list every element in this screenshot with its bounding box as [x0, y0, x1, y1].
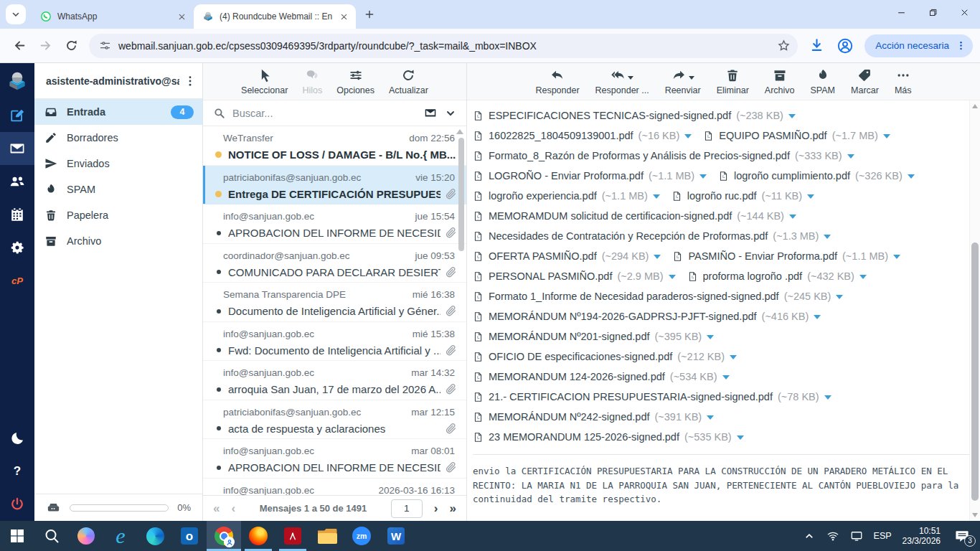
- attachment-name[interactable]: MEMORÁNDUM Nº201-signed.pdf: [489, 331, 649, 342]
- taskbar-start-button[interactable]: [0, 521, 34, 551]
- attachment-item[interactable]: MEMORANDUM 124-2026-signed.pdf(~534 KB): [473, 370, 730, 384]
- clock[interactable]: 10:51 23/3/2026: [903, 526, 941, 546]
- attachment-item[interactable]: ESPECIFICACIONES TECNICAS-signed-signed.…: [473, 109, 796, 123]
- settings-nav-button[interactable]: [0, 231, 34, 264]
- calendar-nav-button[interactable]: [0, 198, 34, 231]
- attachment-menu-caret-icon[interactable]: [707, 335, 714, 339]
- attachment-item[interactable]: MEMORÁNDUM Nº201-signed.pdf(~395 KB): [473, 330, 714, 344]
- attachment-menu-caret-icon[interactable]: [699, 174, 707, 179]
- restore-button[interactable]: [917, 0, 948, 24]
- download-icon[interactable]: [809, 37, 825, 54]
- first-page-button[interactable]: «: [213, 502, 220, 514]
- logout-button[interactable]: [0, 488, 34, 521]
- attachment-name[interactable]: MEMORÁNDUM Nº242-signed.pdf: [489, 411, 649, 423]
- menu-kebab-icon[interactable]: [956, 40, 966, 51]
- attachment-item[interactable]: logroño cumplimiento.pdf(~326 KB): [718, 169, 915, 183]
- attachment-menu-caret-icon[interactable]: [684, 134, 692, 138]
- cpanel-button[interactable]: cP: [0, 264, 34, 297]
- message-row[interactable]: info@sanjuan.gob.ecmié 15:38Fwd: Documen…: [203, 322, 466, 362]
- attachment-name[interactable]: proforma logroño .pdf: [703, 270, 803, 282]
- archive-button[interactable]: Archivo: [765, 68, 795, 95]
- forward-button[interactable]: [33, 34, 57, 58]
- attachment-name[interactable]: EQUIPO PASMIÑO.pdf: [719, 130, 826, 141]
- search-scope-mail-icon[interactable]: [423, 107, 438, 119]
- help-button[interactable]: ?: [0, 455, 34, 488]
- attachment-item[interactable]: logroño experiencia.pdf(~1.1 MB): [473, 189, 660, 203]
- tab-close-icon[interactable]: [338, 11, 350, 23]
- scroll-up-icon[interactable]: [972, 104, 978, 108]
- attachment-name[interactable]: OFERTA PASMIÑO.pdf: [489, 250, 597, 262]
- attachment-item[interactable]: Necesidades de Contratación y Recepción …: [473, 230, 831, 243]
- attachment-name[interactable]: Formato_8_Razón de Proformas y Análisis …: [489, 150, 790, 161]
- tab-search-button[interactable]: [6, 4, 26, 24]
- taskbar-outlook-button[interactable]: o: [172, 521, 207, 551]
- attachment-name[interactable]: LOGROÑO - Enviar Proforma.pdf: [489, 170, 644, 182]
- taskbar-edge-button[interactable]: [138, 521, 172, 551]
- message-row[interactable]: coordinador@sanjuan.gob.ecjue 09:53COMUN…: [203, 244, 466, 283]
- attachment-menu-caret-icon[interactable]: [908, 174, 915, 179]
- attachment-menu-caret-icon[interactable]: [883, 134, 890, 138]
- attachment-menu-caret-icon[interactable]: [893, 255, 900, 259]
- attachment-menu-caret-icon[interactable]: [730, 355, 737, 359]
- attachment-name[interactable]: MEMORAMDUM solicitud de certificacion-si…: [489, 210, 732, 222]
- dropdown-caret-icon[interactable]: [689, 76, 694, 80]
- attachment-item[interactable]: EQUIPO PASMIÑO.pdf(~1.7 MB): [703, 129, 890, 143]
- message-row[interactable]: patriciabonifas@sanjuan.gob.ecmar 12:15a…: [203, 400, 466, 440]
- message-row[interactable]: Semana Transparencia DPEmié 16:38Documen…: [203, 283, 466, 322]
- minimize-button[interactable]: [885, 0, 917, 24]
- attachment-name[interactable]: logroño cumplimiento.pdf: [734, 170, 850, 182]
- back-button[interactable]: [7, 34, 32, 58]
- taskbar-zoom-button[interactable]: zm: [344, 521, 379, 551]
- attachment-menu-caret-icon[interactable]: [737, 435, 744, 440]
- attachment-menu-caret-icon[interactable]: [722, 375, 730, 380]
- list-scroll-up-icon[interactable]: [456, 129, 463, 134]
- attachment-menu-caret-icon[interactable]: [859, 275, 867, 279]
- attachment-menu-caret-icon[interactable]: [807, 194, 814, 199]
- taskbar-chrome-button[interactable]: [207, 521, 241, 551]
- attachment-menu-caret-icon[interactable]: [789, 215, 796, 219]
- display-icon[interactable]: [850, 529, 863, 542]
- tab-roundcube[interactable]: (4) Roundcube Webmail :: Entra: [194, 4, 356, 29]
- attachment-name[interactable]: PERSONAL PASMIÑO.pdf: [489, 270, 612, 282]
- folder-item-spam[interactable]: SPAM: [34, 176, 202, 202]
- mail-nav-button[interactable]: [0, 132, 34, 165]
- attachment-item[interactable]: MEMORÁNDUM Nº194-2026-GADPRSJ-PJFT-signe…: [473, 310, 821, 324]
- attachment-menu-caret-icon[interactable]: [669, 275, 676, 279]
- folder-item-borradores[interactable]: Borradores: [34, 125, 202, 151]
- attachment-menu-caret-icon[interactable]: [847, 154, 854, 159]
- message-row[interactable]: info@sanjuan.gob.ecjue 15:54APROBACION D…: [203, 204, 466, 244]
- attachment-name[interactable]: logroño experiencia.pdf: [489, 190, 597, 202]
- message-row[interactable]: info@sanjuan.gob.ecmar 08:01APROBACION D…: [203, 439, 466, 479]
- attachment-item[interactable]: PASMIÑO - Enviar Proforma.pdf(~1.1 MB): [672, 250, 900, 263]
- taskbar-firefox-button[interactable]: [241, 521, 275, 551]
- attachment-item[interactable]: logroño ruc.pdf(~11 KB): [672, 189, 814, 203]
- taskbar-search-button[interactable]: [34, 521, 69, 551]
- attachment-name[interactable]: MEMORANDUM 124-2026-signed.pdf: [489, 371, 665, 382]
- attachment-menu-caret-icon[interactable]: [707, 415, 714, 420]
- page-number-input[interactable]: 1: [391, 499, 423, 518]
- taskbar-ie-button[interactable]: e: [103, 521, 138, 551]
- tab-close-icon[interactable]: [176, 11, 188, 23]
- search-options-chevron-icon[interactable]: [445, 108, 456, 119]
- folder-item-enviados[interactable]: Enviados: [34, 151, 202, 176]
- attachment-name[interactable]: 16022825_1804509139001.pdf: [489, 130, 633, 141]
- attachment-name[interactable]: OFICIO DE especificaciones-signed.pdf: [489, 351, 672, 362]
- notification-center-button[interactable]: 3: [954, 529, 970, 543]
- tab-whatsapp[interactable]: WhatsApp: [32, 4, 194, 29]
- attachment-name[interactable]: Necesidades de Contratación y Recepción …: [489, 230, 768, 242]
- attachment-item[interactable]: LOGROÑO - Enviar Proforma.pdf(~1.1 MB): [473, 169, 707, 183]
- mark-button[interactable]: Marcar: [851, 68, 879, 95]
- attachment-menu-caret-icon[interactable]: [654, 255, 661, 259]
- attachment-menu-caret-icon[interactable]: [814, 315, 821, 319]
- last-page-button[interactable]: »: [450, 502, 456, 514]
- delete-button[interactable]: Eliminar: [717, 68, 749, 95]
- taskbar-explorer-button[interactable]: [310, 521, 344, 551]
- taskbar-word-button[interactable]: W: [379, 521, 413, 551]
- dark-mode-button[interactable]: [0, 422, 34, 455]
- message-row[interactable]: WeTransferdom 22:56NOTICE OF LOSS / DAMA…: [203, 126, 466, 166]
- reload-button[interactable]: [59, 34, 83, 58]
- select-button[interactable]: Seleccionar: [241, 68, 288, 95]
- address-bar[interactable]: webmail.sanjuan.gob.ec/cpsess0309469395/…: [89, 34, 798, 58]
- attachment-item[interactable]: Formato_8_Razón de Proformas y Análisis …: [473, 149, 854, 163]
- attachment-menu-caret-icon[interactable]: [824, 395, 831, 400]
